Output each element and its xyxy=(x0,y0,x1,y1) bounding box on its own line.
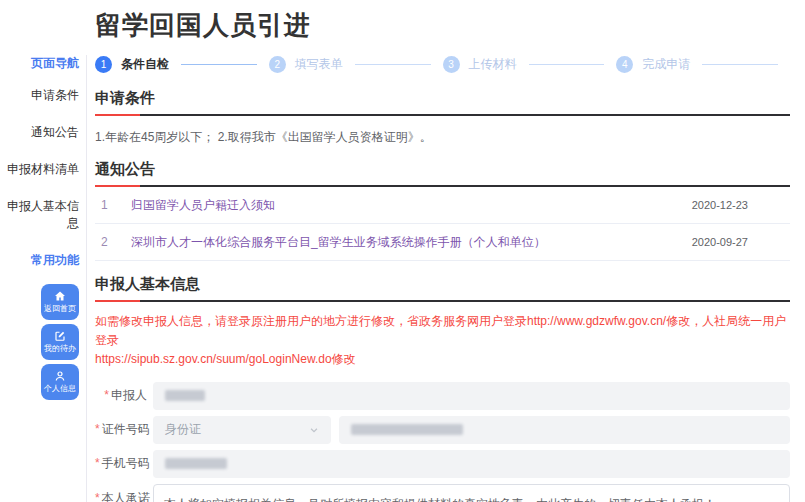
required-marker: * xyxy=(95,422,100,436)
notice-list: 1 归国留学人员户籍迁入须知 2020-12-23 2 深圳市人才一体化综合服务… xyxy=(95,187,790,261)
edit-info-notice-line1: 如需修改申报人信息，请登录原注册用户的地方进行修改，省政务服务网用户登录http… xyxy=(95,314,786,347)
sidebar-item-conditions[interactable]: 申请条件 xyxy=(0,87,79,104)
step-upload-materials: 3 上传材料 xyxy=(443,56,517,73)
applicant-input[interactable] xyxy=(153,382,790,410)
quick-buttons: 返回首页 我的待办 个人信息 xyxy=(0,284,79,400)
form-row-promise: *本人承诺 本人将如实填报相关信息，且对所填报内容和提供材料的真实性负责，由此产… xyxy=(95,484,790,502)
promise-label: *本人承诺 xyxy=(95,490,147,502)
sidebar-nav-title: 页面导航 xyxy=(0,55,79,72)
applicant-form: *申报人 *证件号码 身份证 *手机号码 xyxy=(95,382,790,502)
section-title-applicant: 申报人基本信息 xyxy=(95,275,790,294)
notice-index: 1 xyxy=(95,198,131,212)
required-marker: * xyxy=(104,388,109,402)
page: 页面导航 申请条件 通知公告 申报材料清单 申报人基本信息 常用功能 返回首页 … xyxy=(0,0,805,502)
chevron-down-icon xyxy=(309,421,319,439)
redacted-phone-value xyxy=(165,458,227,469)
id-type-value: 身份证 xyxy=(165,421,201,438)
step-connector xyxy=(181,64,257,65)
page-title: 留学回国人员引进 xyxy=(95,8,790,43)
home-button-label: 返回首页 xyxy=(44,303,76,314)
promise-textarea[interactable]: 本人将如实填报相关信息，且对所填报内容和提供材料的真实性负责，由此产生的一切责任… xyxy=(153,484,790,502)
section-title-notices: 通知公告 xyxy=(95,160,790,179)
step-condition-check: 1 条件自检 xyxy=(95,56,169,73)
step-connector xyxy=(355,64,431,65)
profile-button[interactable]: 个人信息 xyxy=(41,364,79,400)
id-type-select[interactable]: 身份证 xyxy=(153,416,331,444)
user-icon xyxy=(54,370,66,382)
notice-row: 2 深圳市人才一体化综合服务平台目_留学生业务域系统操作手册（个人和单位） 20… xyxy=(95,224,790,261)
stepper: 1 条件自检 2 填写表单 3 上传材料 4 完成申请 xyxy=(95,55,790,73)
required-marker: * xyxy=(95,456,100,470)
conditions-text: 1.年龄在45周岁以下； 2.取得我市《出国留学人员资格证明》。 xyxy=(95,129,790,146)
form-row-phone: *手机号码 xyxy=(95,450,790,478)
profile-button-label: 个人信息 xyxy=(44,383,76,394)
step-complete: 4 完成申请 xyxy=(616,56,690,73)
redacted-id-value xyxy=(351,424,463,435)
step-4-label: 完成申请 xyxy=(642,56,690,73)
edit-info-notice: 如需修改申报人信息，请登录原注册用户的地方进行修改，省政务服务网用户登录http… xyxy=(95,312,790,370)
sidebar-item-applicant-info[interactable]: 申报人基本信息 xyxy=(0,198,79,232)
step-connector xyxy=(702,64,778,65)
step-3-circle: 3 xyxy=(443,56,460,73)
sidebar-functions-title: 常用功能 xyxy=(0,252,79,269)
step-connector xyxy=(529,64,605,65)
step-3-label: 上传材料 xyxy=(469,56,517,73)
sidebar-item-materials[interactable]: 申报材料清单 xyxy=(0,161,79,178)
phone-input[interactable] xyxy=(153,450,790,478)
section-rule xyxy=(95,300,790,302)
required-marker: * xyxy=(95,491,100,502)
notice-link[interactable]: 深圳市人才一体化综合服务平台目_留学生业务域系统操作手册（个人和单位） xyxy=(131,234,692,251)
id-number-label: *证件号码 xyxy=(95,421,147,438)
notice-index: 2 xyxy=(95,235,131,249)
notice-link[interactable]: 归国留学人员户籍迁入须知 xyxy=(131,197,692,214)
id-number-input[interactable] xyxy=(339,416,790,444)
step-2-circle: 2 xyxy=(269,56,286,73)
todo-icon xyxy=(54,330,66,342)
section-title-conditions: 申请条件 xyxy=(95,89,790,108)
redacted-applicant-value xyxy=(165,390,205,401)
todo-button[interactable]: 我的待办 xyxy=(41,324,79,360)
step-1-label: 条件自检 xyxy=(121,56,169,73)
applicant-label: *申报人 xyxy=(95,387,147,404)
home-icon xyxy=(54,290,66,302)
phone-label: *手机号码 xyxy=(95,455,147,472)
step-4-circle: 4 xyxy=(616,56,633,73)
sidebar: 页面导航 申请条件 通知公告 申报材料清单 申报人基本信息 常用功能 返回首页 … xyxy=(0,0,87,502)
notice-row: 1 归国留学人员户籍迁入须知 2020-12-23 xyxy=(95,187,790,224)
notice-date: 2020-12-23 xyxy=(692,199,748,211)
main-content: 留学回国人员引进 1 条件自检 2 填写表单 3 上传材料 4 完成申请 xyxy=(87,0,805,502)
step-1-circle: 1 xyxy=(95,56,112,73)
section-rule xyxy=(95,114,790,116)
todo-button-label: 我的待办 xyxy=(44,343,76,354)
home-button[interactable]: 返回首页 xyxy=(41,284,79,320)
form-row-id-number: *证件号码 身份证 xyxy=(95,416,790,444)
sidebar-item-notices[interactable]: 通知公告 xyxy=(0,124,79,141)
notice-date: 2020-09-27 xyxy=(692,236,748,248)
step-fill-form: 2 填写表单 xyxy=(269,56,343,73)
edit-info-notice-line2: https://sipub.sz.gov.cn/suum/goLoginNew.… xyxy=(95,352,356,366)
step-2-label: 填写表单 xyxy=(295,56,343,73)
form-row-applicant: *申报人 xyxy=(95,382,790,410)
